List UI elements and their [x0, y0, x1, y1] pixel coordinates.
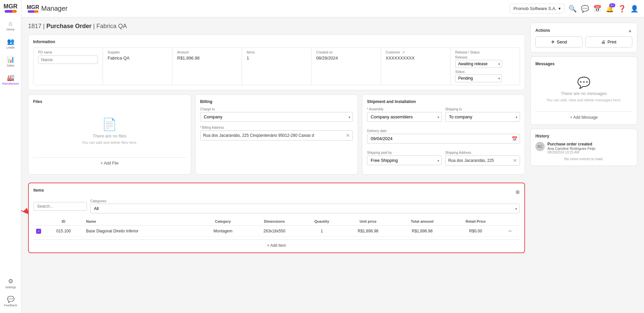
logo-text: MGR [4, 3, 18, 9]
sidebar-item-sales[interactable]: 📊 Sales [1, 53, 20, 70]
files-empty-sub: You can add and delete files here. [82, 140, 137, 144]
status-select[interactable]: Pending In Progress Completed [455, 74, 502, 82]
history-author: Ana Caroline Rodrigues Feijo [547, 146, 632, 150]
amount-label: Amount [177, 50, 237, 54]
company-selector[interactable]: Promob Software S.A. ▾ [510, 4, 564, 13]
content-right: Actions ▲ ✈ Send 🖨 Print Mess [530, 23, 637, 308]
sidebar-item-label: Feedback [4, 304, 17, 307]
files-title: Files [33, 99, 186, 104]
assembly-group: Assembly Company assemblers Customer Oth… [367, 107, 442, 122]
col-name: Name [84, 217, 199, 226]
feedback-icon: 💬 [7, 296, 14, 303]
main-area: MGR Manager Promob Software S.A. ▾ 🔍 💬 📅… [21, 0, 644, 313]
items-controls: Categories All Montagem ▾ [33, 199, 520, 213]
calendar-icon[interactable]: 📅 [593, 5, 602, 13]
sidebar-item-settings[interactable]: ⚙ Settings [1, 275, 20, 292]
sidebar-item-home[interactable]: ⌂ Home [1, 17, 20, 34]
help-icon[interactable]: ❓ [618, 5, 626, 13]
sales-icon: 📊 [7, 56, 14, 63]
delivery-date-input[interactable] [367, 134, 520, 143]
amount-value: R$1,896.98 [177, 56, 237, 61]
send-button[interactable]: ✈ Send [535, 36, 583, 47]
row-name: Base Diagonal Direito Inferior [84, 226, 199, 237]
items-header: Items ⊞ [33, 188, 520, 196]
delivery-date-group: Delivery date 📅 [367, 129, 520, 143]
table-row: 015.100 Base Diagonal Direito Inferior M… [33, 226, 520, 237]
items-title: Items [33, 188, 44, 193]
sidebar-item-manufacture[interactable]: 🏭 Manufacture [1, 71, 20, 88]
sidebar-bottom: ⚙ Settings 💬 Feedback [1, 275, 20, 310]
items-wrapper: Items ⊞ Categories All Montagem [28, 183, 525, 253]
billing-address-label: Billing Address [200, 126, 353, 129]
release-status-label: Release / Status [455, 50, 515, 54]
content-left: 1817 | Purchase Order | Fabrica QA Infor… [28, 23, 525, 308]
messages-section: Messages 💬 There are no messages You can… [530, 57, 637, 125]
po-name-label: PO name [38, 50, 98, 54]
history-title: History [535, 134, 632, 138]
collapse-icon[interactable]: ▲ [628, 28, 632, 33]
po-name-input[interactable] [38, 56, 98, 64]
items-table-body: 015.100 Base Diagonal Direito Inferior M… [33, 226, 520, 237]
row-edit-cell: ✏ [501, 226, 520, 237]
release-label: Release [455, 56, 515, 59]
messages-empty-sub: You can add, view and delete messages he… [546, 98, 622, 102]
shipping-paid-select[interactable]: Free Shipping Company Customer [367, 155, 442, 165]
assembly-select[interactable]: Company assemblers Customer Other [367, 112, 442, 122]
add-item-button[interactable]: + Add item [33, 239, 520, 248]
row-checkbox-cell [33, 226, 44, 237]
created-cell: Created on 08/29/2024 [311, 48, 381, 85]
created-label: Created on [316, 50, 376, 54]
charge-to-select[interactable]: Company Customer Supplier [200, 112, 353, 122]
user-icon[interactable]: 👤 [630, 5, 639, 13]
search-icon[interactable]: 🔍 [568, 5, 577, 13]
add-file-button[interactable]: + Add File [33, 157, 186, 166]
actions-title: Actions ▲ [535, 28, 632, 33]
print-label: Print [608, 39, 617, 44]
sidebar-item-leads[interactable]: 👥 Leads [1, 35, 20, 52]
topbar-logo-text: MGR [27, 4, 39, 10]
release-select[interactable]: Awaiting release Released Cancelled [455, 60, 502, 68]
bell-icon[interactable]: 🔔9+ [606, 5, 614, 13]
delivery-date-label: Delivery date [367, 129, 520, 133]
release-status: Release Awaiting release Released Cancel… [455, 56, 515, 82]
messages-empty-text: There are no messages [561, 91, 607, 96]
clear-address-icon[interactable]: ✕ [346, 133, 350, 138]
notification-badge: 9+ [609, 3, 615, 7]
charge-to-select-container: Company Customer Supplier ▾ [200, 112, 353, 122]
items-search-input[interactable] [33, 202, 87, 211]
topbar-right: Promob Software S.A. ▾ 🔍 💬 📅 🔔9+ ❓ 👤 [510, 4, 639, 13]
delivery-date-wrapper: 📅 [367, 134, 520, 143]
shipping-address-label: Shipping Address [445, 151, 520, 154]
sidebar-item-feedback[interactable]: 💬 Feedback [1, 293, 20, 310]
action-buttons: ✈ Send 🖨 Print [535, 36, 632, 47]
edit-icon[interactable]: ✏ [508, 228, 512, 234]
billing-address-group: Billing Address Rua dos Jacarandás, 225 … [200, 126, 353, 140]
billing-address-field[interactable]: Rua dos Jacarandás, 225 Cinqüentenário 9… [200, 130, 353, 140]
history-avatar: AC [535, 142, 545, 151]
expand-icon[interactable]: ⊞ [516, 189, 520, 195]
messages-empty: 💬 There are no messages You can add, vie… [535, 70, 632, 109]
clear-shipping-address-icon[interactable]: ✕ [513, 158, 517, 163]
row-checkbox[interactable] [36, 229, 41, 234]
shipping-to-select[interactable]: To company To customer Other [445, 112, 520, 122]
sidebar: MGR ⌂ Home 👥 Leads 📊 Sales 🏭 Manufacture… [0, 0, 21, 313]
status-label: Status [455, 70, 515, 74]
home-icon: ⌂ [9, 20, 12, 27]
shipping-address-field[interactable]: Rua dos Jacarandás, 225 ✕ [445, 155, 520, 166]
col-dimensions: Dimensions [247, 217, 302, 226]
manufacture-icon: 🏭 [7, 74, 14, 81]
categories-select[interactable]: All Montagem [90, 204, 520, 213]
categories-label: Categories [90, 199, 520, 203]
print-button[interactable]: 🖨 Print [585, 36, 632, 47]
message-icon: 💬 [577, 76, 591, 89]
col-quantity: Quantity [301, 217, 342, 226]
information-section: Information PO name Supplier Fabrica QA … [28, 34, 525, 90]
shipping-address-value: Rua dos Jacarandás, 225 [448, 158, 511, 163]
files-billing-row: Files 📄 There are no files You can add a… [28, 94, 525, 179]
col-total-amount: Total amount [394, 217, 450, 226]
logo-bar [5, 10, 17, 13]
add-message-button[interactable]: + Add Message [535, 111, 632, 120]
row-category: Montagem [199, 226, 247, 237]
company-name: Promob Software S.A. [513, 6, 556, 11]
chat-icon[interactable]: 💬 [581, 5, 589, 13]
